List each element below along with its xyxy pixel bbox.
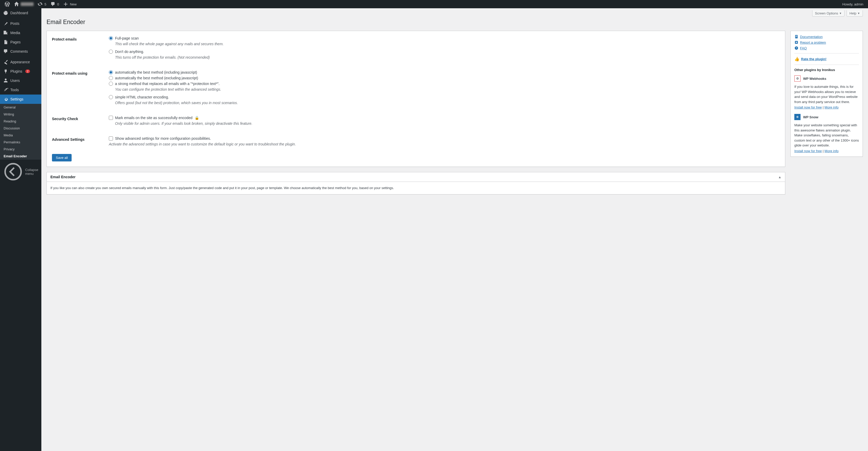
- sidebar-item-media[interactable]: Media: [0, 28, 41, 37]
- toggle-indicator[interactable]: ▲: [778, 175, 781, 179]
- documentation-link[interactable]: Documentation: [800, 35, 823, 39]
- postbox-text: If you like you can also create you own …: [47, 182, 785, 194]
- update-icon: [38, 2, 43, 7]
- install-link[interactable]: Install now for free: [794, 105, 822, 109]
- pin-icon: [3, 21, 8, 26]
- report-icon: [794, 40, 799, 44]
- doc-icon: [794, 35, 799, 39]
- protect-using-simple[interactable]: simple HTML character encoding.: [109, 95, 780, 99]
- sidebar-item-users[interactable]: Users: [0, 76, 41, 85]
- plugin-name: WP Webhooks: [803, 77, 826, 80]
- plugin-desc: If you love to automate things, this is …: [794, 84, 859, 104]
- install-link[interactable]: Install now for free: [794, 149, 822, 153]
- submenu-reading[interactable]: Reading: [0, 118, 41, 125]
- submenu-discussion[interactable]: Discussion: [0, 125, 41, 132]
- radio-simple[interactable]: [109, 95, 113, 99]
- other-plugins-title: Other plugins by Ironikus: [794, 68, 859, 72]
- radio-label: automatically the best method (including…: [115, 70, 197, 74]
- admin-sidebar: Dashboard Posts Media Pages Comments App…: [0, 8, 41, 205]
- save-button[interactable]: Save all: [52, 154, 71, 161]
- protect-using-strong[interactable]: a strong method that replaces all emails…: [109, 82, 780, 86]
- protect-emails-none[interactable]: Don't do anything.: [109, 50, 780, 54]
- radio-auto-nojs[interactable]: [109, 76, 113, 80]
- howdy-text: Howdy, admin: [842, 2, 863, 6]
- dashboard-icon: [3, 10, 8, 15]
- new-content[interactable]: New: [61, 0, 79, 8]
- sidebar-item-tools[interactable]: Tools: [0, 85, 41, 95]
- protect-using-auto-js[interactable]: automatically the best method (including…: [109, 70, 780, 74]
- submenu-permalinks[interactable]: Permalinks: [0, 139, 41, 146]
- email-encoder-postbox: Email Encoder ▲ If you like you can also…: [46, 172, 785, 194]
- sidebar-label: Comments: [10, 49, 28, 54]
- submenu-media[interactable]: Media: [0, 132, 41, 139]
- sidebar-item-pages[interactable]: Pages: [0, 37, 41, 47]
- faq-link[interactable]: FAQ: [800, 46, 807, 50]
- radio-auto-js[interactable]: [109, 70, 113, 74]
- comments[interactable]: 0: [48, 0, 61, 8]
- radio-strong[interactable]: [109, 82, 113, 86]
- thumbs-up-icon: 👍: [794, 57, 800, 62]
- protect-emails-full-scan[interactable]: Full-page scan: [109, 36, 780, 40]
- protect-emails-label: Protect emails: [52, 36, 109, 41]
- caret-down-icon: ▼: [858, 12, 860, 15]
- radio-label: a strong method that replaces all emails…: [115, 82, 219, 86]
- svg-point-0: [5, 164, 21, 180]
- lock-icon: 🔒: [195, 116, 199, 120]
- radio-none[interactable]: [109, 50, 113, 54]
- report-link[interactable]: Report a problem: [800, 40, 826, 44]
- svg-text:?: ?: [796, 47, 797, 49]
- comment-icon: [51, 2, 56, 7]
- radio-full-scan[interactable]: [109, 36, 113, 40]
- updates-count: 5: [44, 2, 46, 6]
- advanced-checkbox-row[interactable]: Show advanced settings for more configur…: [109, 136, 780, 140]
- collapse-menu[interactable]: Collapse menu: [0, 160, 41, 184]
- my-account[interactable]: Howdy, admin: [840, 0, 865, 8]
- advanced-label: Advanced Settings: [52, 136, 109, 141]
- wp-snow-icon: ❄: [794, 114, 801, 120]
- sidebar-item-dashboard[interactable]: Dashboard: [0, 8, 41, 18]
- screen-options-tab[interactable]: Screen Options ▼: [812, 10, 845, 17]
- sidebar-item-posts[interactable]: Posts: [0, 19, 41, 28]
- faq-icon: ?: [794, 46, 799, 50]
- site-home[interactable]: [12, 0, 36, 8]
- submenu-privacy[interactable]: Privacy: [0, 146, 41, 153]
- updates[interactable]: 5: [36, 0, 48, 8]
- main-content: Screen Options ▼ Help ▼ Email Encoder Pr…: [41, 8, 868, 205]
- sidebar-item-plugins[interactable]: Plugins 2: [0, 67, 41, 76]
- side-panel: Documentation Report a problem ? FAQ 👍 R…: [790, 31, 863, 157]
- sidebar-item-comments[interactable]: Comments: [0, 47, 41, 56]
- security-check-label: Security Check: [52, 116, 109, 121]
- sidebar-label: Appearance: [10, 60, 30, 64]
- protect-using-auto-nojs[interactable]: automatically the best method (excluding…: [109, 76, 780, 80]
- wordpress-icon: [5, 2, 10, 7]
- sidebar-label: Posts: [10, 22, 20, 26]
- option-desc: Offers good (but not the best) protectio…: [115, 101, 780, 105]
- home-icon: [14, 2, 19, 7]
- checkbox-label: Show advanced settings for more configur…: [115, 136, 211, 140]
- caret-down-icon: ▼: [839, 12, 842, 15]
- svg-rect-3: [796, 36, 797, 36]
- security-check-checkbox-row[interactable]: Mark emails on the site as successfully …: [109, 116, 780, 120]
- advanced-checkbox[interactable]: [109, 136, 113, 140]
- wp-logo[interactable]: [3, 0, 12, 8]
- appearance-icon: [3, 59, 8, 65]
- more-info-link[interactable]: More info: [825, 105, 839, 109]
- submenu-writing[interactable]: Writing: [0, 111, 41, 118]
- submenu-email-encoder[interactable]: Email Encoder: [0, 153, 41, 160]
- media-icon: [3, 30, 8, 35]
- site-name-blurred: [21, 2, 34, 6]
- sidebar-label: Tools: [10, 88, 19, 92]
- submenu-general[interactable]: General: [0, 104, 41, 111]
- wp-webhooks-icon: ⚙: [794, 75, 801, 82]
- sidebar-item-appearance[interactable]: Appearance: [0, 57, 41, 67]
- rate-link[interactable]: Rate the plugin!: [801, 57, 826, 61]
- radio-label: Don't do anything.: [115, 50, 144, 54]
- more-info-link[interactable]: More info: [825, 149, 839, 153]
- help-tab[interactable]: Help ▼: [846, 10, 863, 17]
- sidebar-label: Users: [10, 78, 20, 83]
- security-check-checkbox[interactable]: [109, 116, 113, 120]
- option-desc: This will check the whole page against a…: [115, 42, 780, 46]
- pages-icon: [3, 39, 8, 45]
- sidebar-item-settings[interactable]: Settings: [0, 95, 41, 104]
- option-desc: This turns off the protection for emails…: [115, 55, 780, 59]
